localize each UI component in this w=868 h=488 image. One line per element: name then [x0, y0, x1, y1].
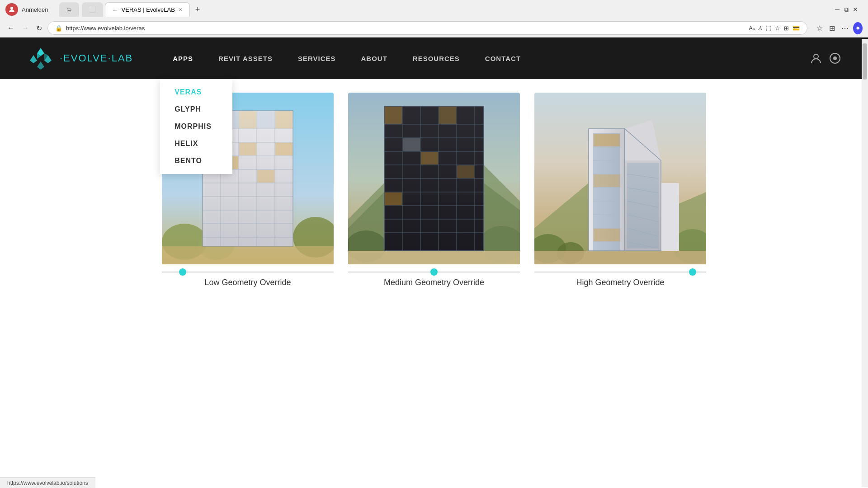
- logo-svg: [27, 47, 54, 70]
- slider-line-low: [162, 272, 334, 272]
- dropdown-item-morphis[interactable]: MORPHIS: [160, 118, 232, 135]
- browser-toolbar-right: ☆ ⊞ ⋯ ✦: [815, 22, 863, 34]
- svg-marker-4: [37, 61, 44, 70]
- nav-item-contact[interactable]: CONTACT: [472, 38, 533, 79]
- svg-rect-63: [403, 138, 420, 151]
- browser-extras-button[interactable]: ⋯: [840, 22, 850, 34]
- svg-marker-2: [30, 55, 37, 63]
- main-content: Low Geometry Override: [0, 79, 868, 328]
- card-medium: Medium Geometry Override: [348, 93, 520, 287]
- slider-medium[interactable]: [348, 272, 520, 272]
- card-label-low: Low Geometry Override: [162, 278, 334, 287]
- profile-label: Anmelden: [22, 6, 48, 13]
- nav-item-apps[interactable]: APPS VERAS GLYPH MORPHIS HELIX BENTO: [160, 38, 206, 79]
- tab-icon-inactive: 🗂: [66, 6, 72, 13]
- card-high: High Geometry Override: [534, 93, 706, 287]
- logo[interactable]: ·EVOLVE·LAB: [27, 47, 133, 70]
- card-label-medium: Medium Geometry Override: [348, 278, 520, 287]
- card-img-medium: [348, 93, 520, 264]
- address-bar[interactable]: 🔒 https://www.evolvelab.io/veras Aₐ 𝐴 ⬚ …: [47, 21, 807, 35]
- scrollbar-thumb[interactable]: [863, 43, 867, 80]
- tab-close-button[interactable]: ✕: [179, 7, 182, 12]
- slider-line-medium: [348, 272, 520, 272]
- main-nav: APPS VERAS GLYPH MORPHIS HELIX BENTO REV…: [160, 38, 533, 79]
- title-bar-left: Anmelden: [5, 3, 48, 16]
- slider-dot-medium[interactable]: [430, 268, 438, 276]
- tab-veras[interactable]: ↔ VERAS | EvolveLAB ✕: [105, 2, 190, 17]
- svg-point-9: [833, 56, 837, 60]
- restore-button[interactable]: ⧉: [843, 6, 850, 13]
- tab-manager[interactable]: ⬜: [82, 2, 103, 17]
- card-img-high: [534, 93, 706, 264]
- building-svg-medium: [348, 93, 520, 264]
- favorite-icon[interactable]: ☆: [775, 25, 780, 32]
- browser-chrome: Anmelden 🗂 ⬜ ↔ VERAS | EvolveLAB ✕ + ─ ⧉: [0, 0, 868, 38]
- svg-rect-45: [348, 251, 520, 264]
- tab-icon-manager: ⬜: [89, 6, 96, 13]
- logo-text-evolve: ·EVOLVE·: [60, 52, 112, 64]
- dropdown-item-bento[interactable]: BENTO: [160, 152, 232, 169]
- nav-item-revit[interactable]: REVIT ASSETS: [206, 38, 285, 79]
- forward-button[interactable]: →: [20, 22, 31, 34]
- svg-rect-62: [439, 107, 456, 124]
- svg-point-7: [814, 54, 818, 59]
- card-label-high: High Geometry Override: [534, 278, 706, 287]
- address-bar-icons: Aₐ 𝐴 ⬚ ☆ ⊞ 💳: [749, 24, 800, 32]
- status-bar: https://www.evolvelab.io/solutions: [0, 477, 95, 488]
- slider-high[interactable]: [534, 272, 706, 272]
- dropdown-item-veras[interactable]: VERAS: [160, 84, 232, 101]
- dropdown-item-helix[interactable]: HELIX: [160, 135, 232, 152]
- svg-rect-14: [162, 246, 334, 264]
- scrollbar[interactable]: [862, 39, 868, 487]
- tab-label: VERAS | EvolveLAB: [122, 6, 175, 13]
- svg-rect-61: [385, 107, 402, 124]
- minimize-button[interactable]: ─: [834, 6, 841, 13]
- nav-item-services[interactable]: SERVICES: [285, 38, 349, 79]
- svg-rect-66: [385, 192, 402, 205]
- tab-new[interactable]: 🗂: [59, 2, 79, 17]
- profile-button[interactable]: [5, 3, 18, 16]
- nav-right: [810, 52, 841, 64]
- favorites-button[interactable]: ☆: [815, 22, 825, 34]
- dropdown-item-glyph[interactable]: GLYPH: [160, 101, 232, 118]
- user-icon-button[interactable]: [810, 52, 822, 64]
- nav-item-resources[interactable]: RESOURCES: [400, 38, 472, 79]
- svg-rect-32: [257, 111, 274, 128]
- tab-container: 🗂 ⬜ ↔ VERAS | EvolveLAB ✕ +: [59, 2, 204, 17]
- svg-rect-36: [275, 143, 292, 155]
- svg-rect-31: [239, 111, 256, 128]
- svg-rect-38: [257, 170, 274, 183]
- wallet-icon[interactable]: 💳: [793, 25, 800, 32]
- slider-dot-low[interactable]: [179, 268, 186, 276]
- collections-button[interactable]: ⊞: [827, 22, 837, 34]
- tab-favicon: ↔: [113, 7, 118, 13]
- split-view-icon[interactable]: ⊞: [784, 25, 789, 32]
- edge-copilot-button[interactable]: ✦: [853, 22, 863, 34]
- svg-rect-88: [594, 174, 620, 187]
- apps-dropdown: VERAS GLYPH MORPHIS HELIX BENTO: [160, 79, 232, 174]
- site-header: ·EVOLVE·LAB APPS VERAS GLYPH MORPHIS HEL…: [0, 38, 868, 79]
- svg-rect-65: [457, 165, 474, 178]
- close-button[interactable]: ✕: [852, 6, 859, 13]
- svg-rect-35: [239, 143, 256, 155]
- refresh-button[interactable]: ↻: [34, 22, 44, 34]
- read-aloud-icon[interactable]: 𝐴: [759, 24, 762, 32]
- chat-icon-button[interactable]: [829, 52, 841, 64]
- back-button[interactable]: ←: [5, 22, 16, 34]
- slider-low[interactable]: [162, 272, 334, 272]
- browser-sidebar-icon[interactable]: ⬚: [766, 25, 771, 32]
- logo-text-lab: LAB: [112, 52, 133, 64]
- nav-item-about[interactable]: ABOUT: [349, 38, 400, 79]
- slider-dot-high[interactable]: [689, 268, 696, 276]
- svg-point-0: [10, 7, 13, 9]
- url-text: https://www.evolvelab.io/veras: [66, 25, 145, 32]
- new-tab-button[interactable]: +: [192, 3, 204, 16]
- slider-line-high: [534, 272, 706, 272]
- address-bar-row: ← → ↻ 🔒 https://www.evolvelab.io/veras A…: [0, 19, 868, 37]
- lock-icon: 🔒: [55, 25, 62, 32]
- reader-view-icon[interactable]: Aₐ: [749, 25, 755, 32]
- svg-rect-87: [594, 134, 620, 146]
- svg-rect-73: [534, 251, 706, 264]
- title-bar: Anmelden 🗂 ⬜ ↔ VERAS | EvolveLAB ✕ + ─ ⧉: [0, 0, 868, 19]
- cards-row: Low Geometry Override: [27, 93, 841, 287]
